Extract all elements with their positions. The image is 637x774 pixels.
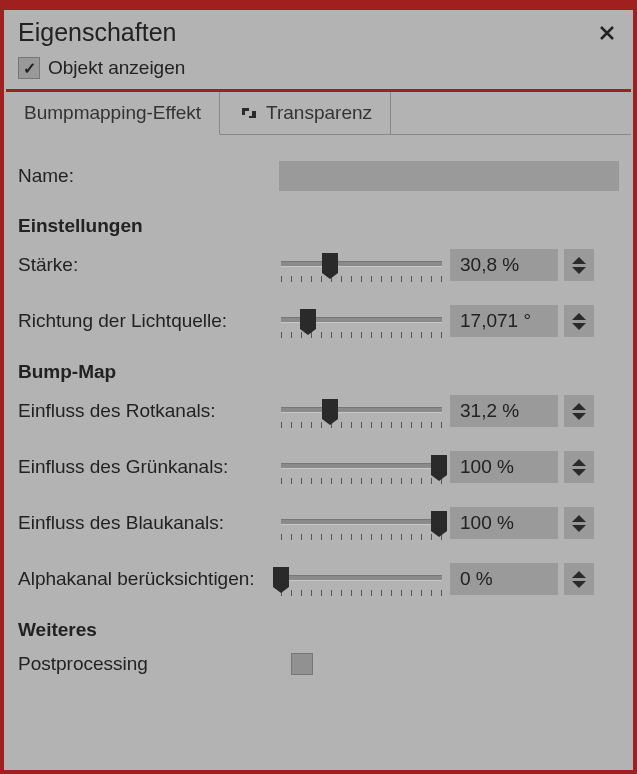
strength-row: Stärke: 30,8 % <box>18 249 619 281</box>
properties-panel: Eigenschaften Objekt anzeigen Bumpmappin… <box>0 0 637 774</box>
strength-value[interactable]: 30,8 % <box>450 249 558 281</box>
alpha-slider[interactable] <box>279 564 444 594</box>
lightdir-label: Richtung der Lichtquelle: <box>18 310 273 332</box>
alpha-value[interactable]: 0 % <box>450 563 558 595</box>
blue-row: Einfluss des Blaukanals: 100 % <box>18 507 619 539</box>
tab-strip: Bumpmapping-Effekt Transparenz <box>6 89 631 135</box>
blue-label: Einfluss des Blaukanals: <box>18 512 273 534</box>
panel-title: Eigenschaften <box>18 18 176 47</box>
strength-spinner[interactable] <box>564 249 594 281</box>
tab-transparency-label: Transparenz <box>266 102 372 124</box>
panel-header: Eigenschaften <box>4 10 633 51</box>
lightdir-slider[interactable] <box>279 306 444 336</box>
green-row: Einfluss des Grünkanals: 100 % <box>18 451 619 483</box>
strength-slider[interactable] <box>279 250 444 280</box>
red-row: Einfluss des Rotkanals: 31,2 % <box>18 395 619 427</box>
close-icon <box>599 25 615 41</box>
svg-rect-0 <box>245 111 252 116</box>
strength-label: Stärke: <box>18 254 273 276</box>
alpha-row: Alphakanal berücksichtigen: 0 % <box>18 563 619 595</box>
postprocessing-checkbox[interactable] <box>291 653 313 675</box>
green-label: Einfluss des Grünkanals: <box>18 456 273 478</box>
alpha-label: Alphakanal berücksichtigen: <box>18 568 273 590</box>
blue-spinner[interactable] <box>564 507 594 539</box>
name-input[interactable] <box>279 161 619 191</box>
section-more: Weiteres <box>18 619 619 641</box>
lightdir-spinner[interactable] <box>564 305 594 337</box>
tab-bumpmapping[interactable]: Bumpmapping-Effekt <box>6 92 220 135</box>
lightdir-value[interactable]: 17,071 ° <box>450 305 558 337</box>
name-label: Name: <box>18 165 273 187</box>
section-settings: Einstellungen <box>18 215 619 237</box>
show-object-row: Objekt anzeigen <box>4 51 633 89</box>
red-slider[interactable] <box>279 396 444 426</box>
lightdir-row: Richtung der Lichtquelle: 17,071 ° <box>18 305 619 337</box>
transparency-icon <box>238 104 260 122</box>
red-label: Einfluss des Rotkanals: <box>18 400 273 422</box>
green-value[interactable]: 100 % <box>450 451 558 483</box>
tab-content: Name: Einstellungen Stärke: 30,8 % Richt… <box>4 135 633 691</box>
red-spinner[interactable] <box>564 395 594 427</box>
show-object-label: Objekt anzeigen <box>48 57 185 79</box>
postprocessing-row: Postprocessing <box>18 653 619 675</box>
red-value[interactable]: 31,2 % <box>450 395 558 427</box>
name-row: Name: <box>18 161 619 191</box>
close-button[interactable] <box>595 21 619 45</box>
green-slider[interactable] <box>279 452 444 482</box>
show-object-checkbox[interactable] <box>18 57 40 79</box>
tab-bumpmapping-label: Bumpmapping-Effekt <box>24 102 201 124</box>
section-bumpmap: Bump-Map <box>18 361 619 383</box>
green-spinner[interactable] <box>564 451 594 483</box>
alpha-spinner[interactable] <box>564 563 594 595</box>
blue-slider[interactable] <box>279 508 444 538</box>
tab-transparency[interactable]: Transparenz <box>220 92 391 134</box>
postprocessing-label: Postprocessing <box>18 653 273 675</box>
blue-value[interactable]: 100 % <box>450 507 558 539</box>
